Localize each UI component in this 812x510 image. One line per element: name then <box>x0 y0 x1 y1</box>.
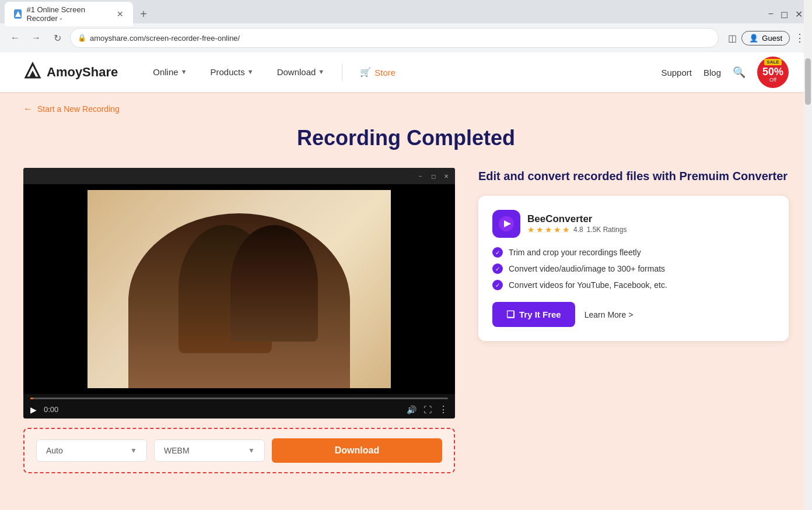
try-free-label: Try It Free <box>519 309 561 319</box>
video-thumbnail <box>23 184 455 394</box>
feature-text-2: Convert video/audio/image to 300+ format… <box>509 264 665 273</box>
back-link-text: Start a New Recording <box>37 104 120 114</box>
rating-score: 4.8 <box>573 226 583 234</box>
video-maximize-icon[interactable]: ◻ <box>429 172 438 180</box>
close-window-button[interactable]: ✕ <box>795 9 803 20</box>
star-1: ★ <box>527 225 535 234</box>
sale-badge[interactable]: SALE 50% Off <box>757 57 789 88</box>
address-bar[interactable]: 🔒 amoyshare.com/screen-recorder-free-onl… <box>70 28 719 48</box>
nav-online[interactable]: Online ▼ <box>141 52 198 92</box>
cart-icon: 🛒 <box>360 67 371 78</box>
volume-icon[interactable]: 🔊 <box>407 405 416 414</box>
check-icon-3: ✓ <box>492 280 503 290</box>
check-icon-2: ✓ <box>492 263 503 274</box>
sidebar-title: Edit and convert recorded files with Pre… <box>478 168 789 184</box>
sidebar: Edit and convert recorded files with Pre… <box>478 168 789 341</box>
browser-controls: ← → ↻ 🔒 amoyshare.com/screen-recorder-fr… <box>0 23 812 52</box>
converter-header: BeeConverter ★ ★ ★ ★ ★ 4.8 1. <box>492 210 775 238</box>
search-icon[interactable]: 🔍 <box>733 66 746 79</box>
video-close-icon[interactable]: ✕ <box>442 172 450 180</box>
video-container: − ◻ ✕ <box>23 168 455 473</box>
profile-icon: 👤 <box>749 34 758 43</box>
nav-products[interactable]: Products ▼ <box>199 52 265 92</box>
converter-app-icon <box>492 210 520 238</box>
download-bar: Auto ▼ WEBM ▼ Download <box>23 428 455 473</box>
feature-list: ✓ Trim and crop your recordings fleetly … <box>492 247 775 290</box>
converter-card: BeeConverter ★ ★ ★ ★ ★ 4.8 1. <box>478 196 789 341</box>
download-button[interactable]: Download <box>272 438 442 463</box>
star-5: ★ <box>562 225 570 234</box>
scrollbar[interactable] <box>804 0 812 510</box>
converter-actions: ❏ Try It Free Learn More > <box>492 302 775 327</box>
try-it-free-button[interactable]: ❏ Try It Free <box>492 302 575 327</box>
star-2: ★ <box>536 225 544 234</box>
lock-icon: 🔒 <box>78 34 86 42</box>
auto-chevron-icon: ▼ <box>130 446 137 455</box>
feature-item-2: ✓ Convert video/audio/image to 300+ form… <box>492 263 775 274</box>
sale-off-label: Off <box>769 77 776 83</box>
logo-icon <box>23 61 42 83</box>
content-row: − ◻ ✕ <box>23 168 789 473</box>
rating-count: 1.5K Ratings <box>587 226 627 234</box>
active-tab[interactable]: #1 Online Screen Recorder - ✕ <box>5 2 133 26</box>
tab-bar: #1 Online Screen Recorder - ✕ + − ◻ ✕ <box>0 0 812 23</box>
main-content: ← Start a New Recording Recording Comple… <box>0 92 812 491</box>
profile-label: Guest <box>762 34 782 43</box>
sale-percent-label: 50% <box>762 66 783 77</box>
browser-chrome: #1 Online Screen Recorder - ✕ + − ◻ ✕ ← … <box>0 0 812 52</box>
tab-favicon <box>14 9 22 19</box>
learn-more-link[interactable]: Learn More > <box>584 310 634 319</box>
forward-button[interactable]: → <box>28 30 44 46</box>
check-icon-1: ✓ <box>492 247 503 258</box>
feature-item-1: ✓ Trim and crop your recordings fleetly <box>492 247 775 258</box>
nav-support[interactable]: Support <box>661 68 692 78</box>
download-chevron-icon: ▼ <box>318 68 324 75</box>
nav-links: Online ▼ Products ▼ Download ▼ 🛒 Store <box>141 52 407 92</box>
refresh-button[interactable]: ↻ <box>49 30 65 46</box>
nav-download[interactable]: Download ▼ <box>265 52 337 92</box>
feature-text-3: Convert videos for YouTube, Facebook, et… <box>509 280 667 290</box>
back-to-recording-link[interactable]: ← Start a New Recording <box>23 104 789 114</box>
video-control-row: ▶ 0:00 🔊 ⛶ ⋮ <box>30 404 448 415</box>
profile-button[interactable]: 👤 Guest <box>741 31 790 45</box>
minimize-button[interactable]: − <box>768 9 774 20</box>
page-title: Recording Completed <box>23 126 789 150</box>
feature-item-3: ✓ Convert videos for YouTube, Facebook, … <box>492 280 775 290</box>
video-time: 0:00 <box>44 405 58 414</box>
video-progress-bar[interactable] <box>30 398 448 399</box>
products-chevron-icon: ▼ <box>247 68 254 75</box>
logo-text: AmoyShare <box>47 65 118 80</box>
new-tab-button[interactable]: + <box>135 6 152 22</box>
play-button[interactable]: ▶ <box>30 405 37 414</box>
star-4: ★ <box>554 225 561 234</box>
format-auto-select[interactable]: Auto ▼ <box>36 439 147 462</box>
scrollbar-thumb[interactable] <box>805 58 811 105</box>
video-progress-fill <box>30 398 33 399</box>
format-webm-label: WEBM <box>164 446 190 455</box>
site-nav: AmoyShare Online ▼ Products ▼ Download ▼… <box>0 52 812 92</box>
converter-name: BeeConverter <box>527 213 626 225</box>
sale-tag-label: SALE <box>764 59 781 65</box>
star-3: ★ <box>545 225 552 234</box>
format-auto-label: Auto <box>46 446 63 455</box>
nav-store[interactable]: 🛒 Store <box>348 67 407 78</box>
nav-divider <box>342 64 342 81</box>
video-minimize-icon[interactable]: − <box>416 172 425 180</box>
converter-rating: ★ ★ ★ ★ ★ 4.8 1.5K Ratings <box>527 225 626 234</box>
video-more-options[interactable]: ⋮ <box>439 404 448 415</box>
video-titlebar: − ◻ ✕ <box>23 168 455 184</box>
back-button[interactable]: ← <box>7 30 23 46</box>
nav-blog[interactable]: Blog <box>704 68 721 78</box>
star-rating: ★ ★ ★ ★ ★ <box>527 225 570 234</box>
back-arrow-icon: ← <box>23 104 33 114</box>
svg-marker-2 <box>29 71 36 78</box>
video-controls: ▶ 0:00 🔊 ⛶ ⋮ <box>23 394 455 418</box>
maximize-button[interactable]: ◻ <box>780 9 788 20</box>
format-webm-select[interactable]: WEBM ▼ <box>154 439 265 462</box>
fullscreen-icon[interactable]: ⛶ <box>424 405 432 414</box>
site-logo[interactable]: AmoyShare <box>23 61 118 83</box>
sidebar-toggle-button[interactable]: ◫ <box>728 33 737 44</box>
url-text: amoyshare.com/screen-recorder-free-onlin… <box>90 34 240 43</box>
tab-close-btn[interactable]: ✕ <box>117 9 124 19</box>
webm-chevron-icon: ▼ <box>248 446 255 455</box>
